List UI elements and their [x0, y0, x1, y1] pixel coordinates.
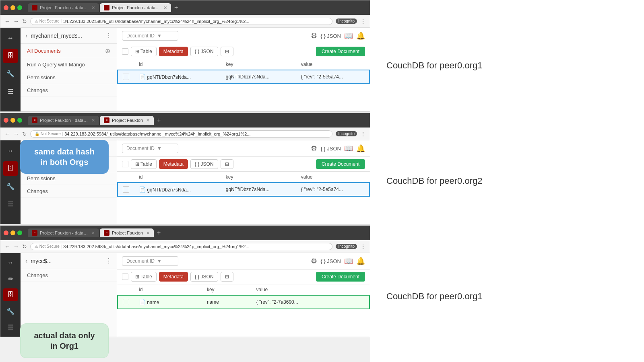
nav-item-mango[interactable]: Run A Query with Mango	[21, 58, 117, 71]
close-traffic-light-2[interactable]	[4, 118, 8, 123]
back-button[interactable]: ←	[4, 18, 10, 25]
bell-icon[interactable]: 🔔	[356, 31, 365, 40]
metadata-btn-3[interactable]: Metadata	[159, 272, 188, 282]
minimize-traffic-light-2[interactable]	[10, 118, 15, 123]
json-icon[interactable]: { } JSON	[320, 33, 341, 39]
sidebar-back-button-3[interactable]: ‹	[25, 257, 27, 265]
arrow-icon-3[interactable]: ↔	[3, 256, 18, 269]
new-tab-button[interactable]: +	[172, 3, 180, 12]
maximize-traffic-light-3[interactable]	[17, 230, 22, 235]
json-btn[interactable]: { } JSON	[190, 47, 218, 56]
table-btn-3[interactable]: ⊞ Table	[131, 272, 157, 282]
select-all-checkbox-2[interactable]	[122, 161, 128, 167]
bell-icon-3[interactable]: 🔔	[356, 257, 365, 265]
settings-icon[interactable]: ⚙	[311, 31, 317, 40]
arrow-icon[interactable]: ↔	[3, 31, 18, 45]
minimize-traffic-light[interactable]	[10, 5, 15, 10]
settings-icon-2[interactable]: ⚙	[311, 144, 317, 153]
tab-inactive-1[interactable]: F Project Fauxton - database/myc... ✕	[28, 3, 99, 12]
arrow-icon-2[interactable]: ↔	[3, 144, 18, 158]
book-icon-2[interactable]: 📖	[344, 144, 353, 153]
url-bar-3[interactable]: ⚠ Not Secure | 34.229.183.202:5984/_util…	[30, 243, 332, 250]
json-icon-3[interactable]: { } JSON	[320, 258, 341, 264]
tab-active-3[interactable]: F Project Fauxton ✕	[100, 228, 154, 237]
doc-id-dropdown[interactable]: Document ID ▼	[122, 31, 178, 41]
more-options-button-2[interactable]: ⋮	[360, 131, 366, 137]
doc-id-dropdown-3[interactable]: Document ID ▼	[122, 256, 178, 266]
row-checkbox[interactable]	[123, 74, 129, 80]
tab-active-1[interactable]: F Project Fauxton - database/myc... ✕	[100, 3, 171, 12]
tab-close-icon[interactable]: ✕	[91, 5, 95, 10]
url-bar[interactable]: ⚠ Not Secure | 34.229.183.202:5984/_util…	[30, 18, 332, 25]
table-row-3[interactable]: 📄 name name { "rev": "2-7a3690...	[118, 295, 369, 309]
nav-item-all-documents[interactable]: All Documents ⊕	[21, 44, 117, 58]
sidebar-back-button[interactable]: ‹	[25, 32, 27, 39]
forward-button[interactable]: →	[13, 18, 19, 25]
grid-btn[interactable]: ⊟	[221, 47, 233, 56]
book-icon-3[interactable]: 📖	[344, 257, 353, 265]
create-document-button-2[interactable]: Create Document	[316, 159, 365, 169]
table-row[interactable]: 📄 gqNTf/Dbzn7sNda... gqNTf/Dbzn7sNda... …	[118, 70, 369, 84]
wrench-icon[interactable]: 🔧	[3, 66, 18, 81]
url-bar-2[interactable]: 🔒 Not Secure | 34.229.183.202:5984/_util…	[30, 130, 332, 138]
table-row-2[interactable]: 📄 gqNTf/Dbzn7sNda... gqNTf/Dbzn7sNda... …	[118, 183, 369, 196]
database-icon-3[interactable]: 🗄	[3, 288, 18, 301]
minimize-traffic-light-3[interactable]	[10, 230, 15, 235]
back-button-3[interactable]: ←	[4, 243, 10, 250]
maximize-traffic-light-2[interactable]	[17, 118, 22, 123]
list-icon[interactable]: ☰	[3, 84, 18, 99]
nav-item-changes[interactable]: Changes	[21, 84, 117, 97]
json-btn-2[interactable]: { } JSON	[190, 159, 218, 169]
database-icon[interactable]: 🗄	[3, 49, 18, 63]
select-all-checkbox-3[interactable]	[122, 274, 128, 280]
list-icon-2[interactable]: ☰	[3, 197, 18, 211]
metadata-btn[interactable]: Metadata	[159, 47, 188, 56]
reload-button[interactable]: ↻	[22, 18, 27, 25]
grid-btn-3[interactable]: ⊟	[221, 272, 233, 282]
json-icon-2[interactable]: { } JSON	[320, 146, 341, 152]
tab-close-3-icon[interactable]: ✕	[91, 230, 95, 236]
json-btn-3[interactable]: { } JSON	[190, 272, 218, 282]
tab-close-active-3-icon[interactable]: ✕	[146, 230, 150, 236]
maximize-traffic-light[interactable]	[17, 5, 22, 10]
more-options-button-3[interactable]: ⋮	[360, 243, 366, 250]
row-checkbox-2[interactable]	[123, 186, 129, 193]
back-button-2[interactable]: ←	[4, 131, 10, 137]
table-btn[interactable]: ⊞ Table	[131, 47, 157, 56]
nav-item-changes-3[interactable]: Changes	[21, 269, 117, 282]
metadata-btn-2[interactable]: Metadata	[159, 159, 188, 169]
tab-active-2[interactable]: F Project Fauxton ✕	[100, 116, 154, 125]
nav-item-permissions-2[interactable]: Permissions	[21, 172, 117, 185]
wrench-icon-2[interactable]: 🔧	[3, 179, 18, 193]
row-checkbox-3[interactable]	[123, 299, 129, 305]
settings-icon-3[interactable]: ⚙	[311, 257, 317, 265]
database-icon-2[interactable]: 🗄	[3, 161, 18, 176]
forward-button-3[interactable]: →	[13, 243, 19, 250]
nav-item-permissions[interactable]: Permissions	[21, 71, 117, 84]
tab-inactive-3[interactable]: F Project Fauxton - database/myc... ✕	[28, 228, 99, 237]
pencil-icon-3[interactable]: ✏	[3, 272, 18, 285]
reload-button-3[interactable]: ↻	[22, 243, 27, 250]
sidebar-more-button[interactable]: ⋮	[105, 32, 112, 39]
tab-inactive-2[interactable]: F Project Fauxton - database/myc... ✕	[28, 116, 99, 125]
table-btn-2[interactable]: ⊞ Table	[131, 159, 157, 169]
create-document-button-3[interactable]: Create Document	[316, 272, 365, 282]
create-document-button[interactable]: Create Document	[316, 47, 365, 56]
more-options-button[interactable]: ⋮	[360, 18, 366, 25]
bell-icon-2[interactable]: 🔔	[356, 144, 365, 153]
reload-button-2[interactable]: ↻	[22, 131, 27, 137]
new-tab-button-3[interactable]: +	[155, 228, 163, 237]
tab-close-active-icon[interactable]: ✕	[163, 5, 167, 10]
book-icon[interactable]: 📖	[344, 31, 353, 40]
doc-id-dropdown-2[interactable]: Document ID ▼	[122, 144, 178, 153]
select-all-checkbox[interactable]	[122, 48, 128, 55]
grid-btn-2[interactable]: ⊟	[221, 159, 233, 169]
list-icon-3[interactable]: ☰	[3, 321, 18, 333]
wrench-icon-3[interactable]: 🔧	[3, 304, 18, 317]
close-traffic-light-3[interactable]	[4, 230, 8, 235]
forward-button-2[interactable]: →	[13, 131, 19, 137]
nav-item-changes-2[interactable]: Changes	[21, 185, 117, 198]
add-icon[interactable]: ⊕	[105, 47, 110, 55]
close-traffic-light[interactable]	[4, 5, 8, 10]
tab-close-active-2-icon[interactable]: ✕	[146, 118, 150, 123]
